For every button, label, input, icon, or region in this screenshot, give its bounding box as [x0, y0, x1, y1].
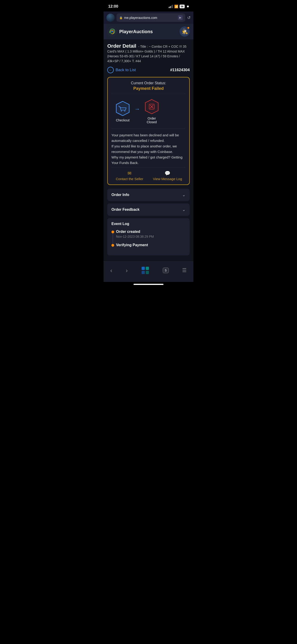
- home-indicator: [104, 282, 194, 288]
- browser-app-icon: [141, 266, 150, 274]
- event-log-title: Event Log: [112, 222, 186, 226]
- app-logo: PlayerAuctions: [107, 27, 153, 36]
- app-icon-button[interactable]: [138, 264, 153, 276]
- back-button[interactable]: ‹: [106, 265, 116, 276]
- app-name: PlayerAuctions: [119, 29, 153, 34]
- menu-icon: ☰: [182, 268, 187, 274]
- user-avatar[interactable]: 🕵: [180, 26, 190, 36]
- order-closed-hexagon-icon: [144, 98, 160, 115]
- view-message-log-button[interactable]: 💬 View Message Log: [150, 170, 186, 181]
- svg-rect-11: [142, 271, 145, 274]
- order-status-card: Current Order Status: Payment Failed: [107, 77, 190, 185]
- back-to-list-label: Back to List: [116, 68, 136, 72]
- order-feedback-header[interactable]: Order Feedback ⌄: [107, 204, 190, 216]
- message-icon: 💬: [164, 170, 170, 176]
- flow-arrow-icon: →: [134, 106, 141, 112]
- action-buttons: ✉ Contact the Seller 💬 View Message Log: [108, 168, 189, 184]
- payment-message-text: Your payment has been declined and will …: [112, 133, 182, 165]
- event-log-section: Event Log Order created Nov-12-2023 08:3…: [107, 218, 190, 256]
- checkout-label: Checkout: [116, 118, 130, 122]
- dot-indicator: [187, 6, 189, 7]
- svg-point-1: [112, 31, 113, 32]
- status-bar: 12:00 📶 56: [104, 0, 194, 12]
- order-info-title: Order Info: [112, 193, 129, 197]
- payment-message: Your payment has been declined and will …: [108, 129, 189, 168]
- signal-bars-icon: [169, 5, 173, 8]
- svg-rect-12: [146, 271, 149, 274]
- playerauctions-logo-icon: [107, 27, 117, 36]
- browser-bar: 🔒 me.playerauctions.com ▶ ↺: [104, 12, 194, 24]
- forward-button[interactable]: ›: [122, 265, 132, 276]
- main-content: Order Detail - Title : ~ Combo CR + COC …: [104, 40, 194, 262]
- url-text: me.playerauctions.com: [124, 16, 176, 20]
- order-nav: ← Back to List #11624304: [107, 67, 190, 73]
- lock-icon: 🔒: [119, 16, 123, 19]
- event-item: Order created Nov-12-2023 08:38:29 PM: [116, 230, 186, 238]
- order-title-section: Order Detail - Title : ~ Combo CR + COC …: [107, 43, 190, 64]
- back-arrow-icon: ←: [107, 67, 114, 73]
- order-info-header[interactable]: Order Info ⌄: [107, 189, 190, 201]
- browser-tab-avatar[interactable]: [106, 14, 115, 22]
- event-time-1: Nov-12-2023 08:38:29 PM: [116, 235, 186, 238]
- bottom-nav: ‹ › 5 ☰: [104, 262, 194, 282]
- status-flow: Checkout → OrderClosed: [108, 94, 189, 128]
- event-title-1: Order created: [116, 230, 186, 234]
- order-closed-label: OrderClosed: [147, 116, 157, 124]
- event-item-2: Verifying Payment: [116, 243, 186, 247]
- refresh-icon[interactable]: ↺: [187, 15, 191, 20]
- checkout-hexagon: [115, 100, 131, 116]
- envelope-icon: ✉: [128, 170, 132, 176]
- order-info-chevron-icon: ⌄: [182, 192, 186, 198]
- contact-seller-label: Contact the Seller: [116, 177, 143, 181]
- svg-point-4: [124, 110, 125, 112]
- back-to-list-button[interactable]: ← Back to List: [107, 67, 136, 73]
- checkout-hexagon-icon: [115, 100, 131, 116]
- checkout-step: Checkout: [115, 100, 131, 122]
- current-status-label: Current Order Status:: [112, 81, 186, 85]
- order-title: Order Detail: [107, 43, 136, 49]
- event-timeline: Order created Nov-12-2023 08:38:29 PM Ve…: [112, 230, 186, 247]
- status-time: 12:00: [108, 4, 118, 9]
- order-number: #11624304: [170, 68, 190, 72]
- tabs-count: 5: [163, 268, 169, 273]
- home-bar: [134, 284, 164, 285]
- notification-dot: [187, 26, 190, 29]
- svg-point-3: [121, 110, 122, 112]
- menu-button[interactable]: ☰: [178, 266, 190, 275]
- status-value: Payment Failed: [112, 86, 186, 91]
- svg-marker-2: [116, 101, 129, 116]
- order-status-header: Current Order Status: Payment Failed: [108, 78, 189, 94]
- tabs-button[interactable]: 5: [159, 266, 172, 275]
- app-header: PlayerAuctions 🕵: [104, 24, 194, 40]
- event-dot-1: [112, 230, 114, 233]
- tab-cast-icon[interactable]: ▶: [178, 15, 182, 20]
- svg-rect-9: [142, 267, 145, 270]
- url-bar[interactable]: 🔒 me.playerauctions.com ▶: [116, 13, 185, 22]
- order-feedback-section: Order Feedback ⌄: [107, 204, 190, 216]
- user-avatar-icon: 🕵: [182, 28, 188, 34]
- event-dot-2: [112, 244, 114, 247]
- status-icons: 📶 56: [169, 4, 189, 8]
- event-title-2: Verifying Payment: [116, 243, 186, 247]
- battery-icon: 56: [180, 4, 185, 8]
- order-feedback-title: Order Feedback: [112, 208, 140, 212]
- contact-seller-button[interactable]: ✉ Contact the Seller: [112, 170, 148, 181]
- order-info-section: Order Info ⌄: [107, 189, 190, 201]
- order-closed-step: OrderClosed: [144, 98, 160, 124]
- view-message-log-label: View Message Log: [153, 177, 182, 181]
- order-feedback-chevron-icon: ⌄: [182, 207, 186, 212]
- wifi-icon: 📶: [174, 4, 178, 8]
- order-closed-hexagon: [144, 98, 160, 115]
- svg-rect-10: [146, 267, 149, 270]
